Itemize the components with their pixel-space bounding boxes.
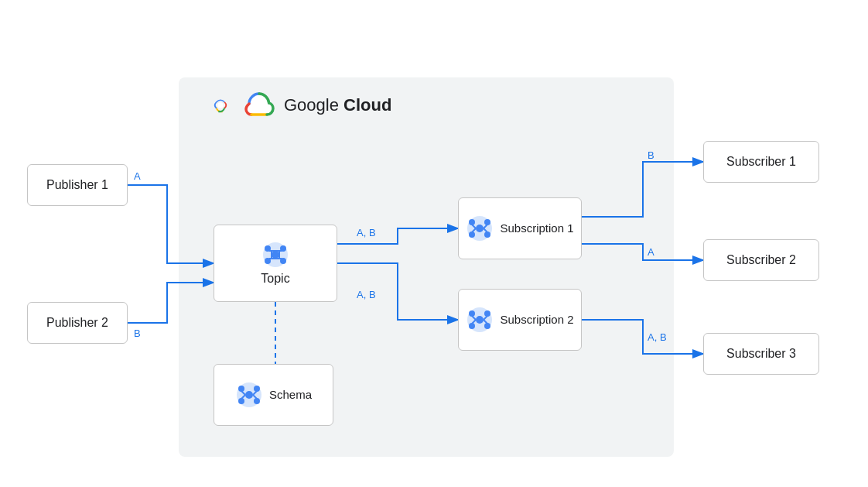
subscription2-box: Subscription 2	[458, 289, 582, 351]
subscription1-box: Subscription 1	[458, 197, 582, 259]
svg-point-38	[469, 310, 475, 317]
svg-point-30	[469, 231, 475, 238]
subscriber2-box: Subscriber 2	[703, 239, 819, 281]
svg-text:B: B	[134, 328, 141, 339]
svg-point-37	[476, 316, 484, 324]
svg-point-39	[484, 310, 490, 317]
subscriber3-box: Subscriber 3	[703, 333, 819, 375]
subscriber1-label: Subscriber 1	[726, 155, 796, 169]
gcloud-logo: Google Cloud	[207, 91, 391, 119]
subscription1-label: Subscription 1	[500, 221, 573, 235]
subscriber1-box: Subscriber 1	[703, 141, 819, 183]
svg-point-29	[484, 219, 490, 225]
gcloud-logo-text: Google Cloud	[284, 95, 391, 115]
schema-box: Schema	[214, 364, 333, 426]
subscription2-label: Subscription 2	[500, 313, 573, 326]
svg-point-13	[272, 251, 279, 259]
svg-point-51	[254, 398, 260, 404]
svg-point-48	[238, 386, 244, 392]
sub2-pubsub-icon	[466, 306, 494, 334]
schema-pubsub-icon	[235, 381, 263, 409]
svg-point-1	[217, 102, 224, 108]
publisher1-box: Publisher 1	[27, 164, 128, 206]
topic-pubsub-icon	[261, 241, 289, 269]
svg-point-28	[469, 219, 475, 225]
publisher2-label: Publisher 2	[46, 316, 108, 330]
publisher2-box: Publisher 2	[27, 302, 128, 344]
svg-text:A: A	[134, 170, 141, 182]
svg-point-31	[484, 231, 490, 238]
svg-point-40	[469, 323, 475, 329]
diagram-wrapper: Google Cloud A B A, B A, B	[9, 15, 859, 472]
svg-point-47	[245, 391, 253, 399]
sub1-pubsub-icon	[466, 214, 494, 242]
svg-point-27	[476, 225, 484, 232]
subscriber2-label: Subscriber 2	[726, 253, 796, 267]
publisher1-label: Publisher 1	[46, 178, 108, 192]
svg-point-49	[254, 386, 260, 392]
svg-point-50	[238, 398, 244, 404]
google-cloud-logo-icon	[242, 91, 276, 119]
topic-box: Topic	[214, 225, 337, 302]
subscriber3-label: Subscriber 3	[726, 347, 796, 361]
google-cloud-icon	[207, 91, 234, 119]
schema-label: Schema	[269, 388, 312, 401]
svg-point-41	[484, 323, 490, 329]
topic-label: Topic	[261, 272, 289, 286]
